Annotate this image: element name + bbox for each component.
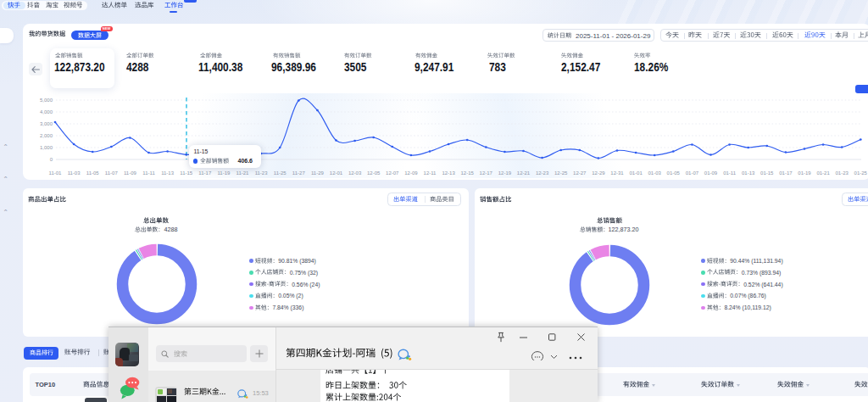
svg-text:11-09: 11-09 xyxy=(124,170,137,176)
svg-text:12-01: 12-01 xyxy=(330,170,343,176)
svg-text:2,000: 2,000 xyxy=(40,133,53,138)
svg-text:11-11: 11-11 xyxy=(142,170,155,176)
svg-text:11-23: 11-23 xyxy=(255,170,269,176)
svg-text:12-19: 12-19 xyxy=(498,170,512,176)
svg-text:12-15: 12-15 xyxy=(461,170,475,176)
svg-text:11-01: 11-01 xyxy=(49,170,63,176)
svg-text:12-31: 12-31 xyxy=(610,170,624,176)
svg-text:12-03: 12-03 xyxy=(348,170,362,176)
svg-text:01-01: 01-01 xyxy=(629,170,643,176)
svg-text:01-05: 01-05 xyxy=(667,170,681,176)
svg-text:12-23: 12-23 xyxy=(536,170,549,176)
svg-text:12-29: 12-29 xyxy=(592,170,605,176)
svg-text:01-03: 01-03 xyxy=(648,170,662,176)
svg-text:11-05: 11-05 xyxy=(86,170,100,176)
svg-text:11-29: 11-29 xyxy=(311,170,325,176)
svg-text:12-09: 12-09 xyxy=(404,170,418,176)
svg-text:01-09: 01-09 xyxy=(704,170,718,176)
svg-text:12-25: 12-25 xyxy=(554,170,568,176)
svg-text:01-23: 01-23 xyxy=(836,170,849,176)
svg-text:11-19: 11-19 xyxy=(217,170,231,176)
svg-text:12-21: 12-21 xyxy=(517,170,531,176)
svg-text:01-21: 01-21 xyxy=(816,170,830,176)
svg-text:11-13: 11-13 xyxy=(161,170,175,176)
svg-text:5,000: 5,000 xyxy=(40,98,53,103)
svg-text:12-13: 12-13 xyxy=(442,170,455,176)
svg-text:4,000: 4,000 xyxy=(40,109,53,114)
svg-text:11-17: 11-17 xyxy=(198,170,212,176)
svg-text:11-21: 11-21 xyxy=(236,170,250,176)
svg-text:12-11: 12-11 xyxy=(424,170,437,176)
svg-text:11-15: 11-15 xyxy=(180,170,193,176)
svg-text:11-27: 11-27 xyxy=(292,170,306,176)
svg-text:1,000: 1,000 xyxy=(40,145,53,150)
svg-text:01-13: 01-13 xyxy=(742,170,755,176)
svg-text:12-17: 12-17 xyxy=(480,170,493,176)
svg-text:01-11: 01-11 xyxy=(723,170,737,176)
svg-text:01-07: 01-07 xyxy=(686,170,699,176)
svg-text:12-27: 12-27 xyxy=(573,170,587,176)
svg-text:3,000: 3,000 xyxy=(40,121,53,126)
svg-text:01-15: 01-15 xyxy=(760,170,774,176)
svg-text:11-03: 11-03 xyxy=(68,170,81,176)
svg-text:11-07: 11-07 xyxy=(105,170,119,176)
svg-text:11-25: 11-25 xyxy=(274,170,287,176)
svg-text:01-19: 01-19 xyxy=(798,170,811,176)
svg-text:12-05: 12-05 xyxy=(367,170,381,176)
svg-text:0: 0 xyxy=(50,157,53,162)
svg-text:12-07: 12-07 xyxy=(386,170,399,176)
svg-text:01-25: 01-25 xyxy=(854,170,868,176)
svg-text:01-17: 01-17 xyxy=(779,170,793,176)
